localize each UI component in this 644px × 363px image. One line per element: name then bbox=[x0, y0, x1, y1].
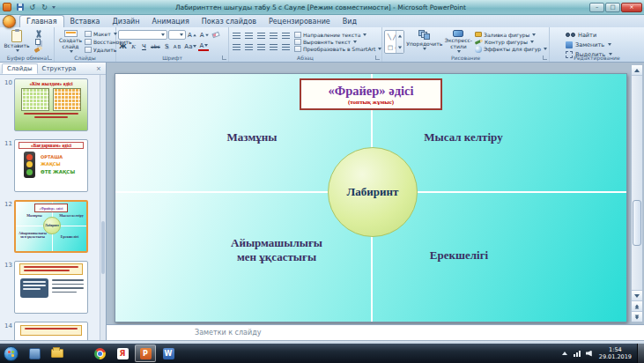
strikethrough-button[interactable]: abc bbox=[150, 41, 161, 51]
convert-smartart-button[interactable]: Преобразовать в SmartArt bbox=[294, 46, 381, 53]
text-direction-button[interactable]: Направление текста bbox=[294, 31, 381, 38]
slide-thumbnail-14[interactable]: 14 bbox=[0, 322, 100, 340]
taskbar-app-button[interactable] bbox=[24, 344, 45, 362]
slide-thumbnail-12-selected[interactable]: 12 «Фрайер» әдісі Мазмұны Мысал келтіру … bbox=[0, 200, 100, 253]
tab-slideshow[interactable]: Показ слайдов bbox=[196, 16, 263, 27]
network-icon[interactable] bbox=[574, 351, 581, 357]
undo-button[interactable]: ↺ bbox=[26, 2, 38, 12]
bold-button[interactable]: Ж bbox=[118, 41, 128, 51]
dialog-launcher-icon[interactable] bbox=[375, 56, 380, 60]
mini-quadrant-label: Мысал келтіру bbox=[58, 214, 85, 218]
taskbar-yandex-button[interactable]: Я bbox=[112, 344, 133, 362]
tray-clock[interactable]: 1:54 29.01.2019 bbox=[599, 346, 632, 361]
justify-button[interactable] bbox=[268, 42, 279, 52]
font-name-combo[interactable] bbox=[118, 30, 167, 40]
notes-pane[interactable]: Заметки к слайду bbox=[107, 324, 644, 340]
new-slide-button[interactable]: Создать слайд bbox=[56, 29, 85, 53]
align-left-button[interactable] bbox=[231, 42, 242, 52]
taskbar-word-button[interactable]: W bbox=[158, 344, 179, 362]
tab-view[interactable]: Вид bbox=[337, 16, 363, 27]
tab-review[interactable]: Рецензирование bbox=[263, 16, 337, 27]
shapes-gallery-scroll[interactable] bbox=[396, 31, 403, 53]
character-spacing-button[interactable]: АВ bbox=[173, 41, 183, 51]
start-button[interactable] bbox=[4, 346, 19, 361]
vertical-scrollbar[interactable] bbox=[631, 64, 643, 322]
decrease-indent-button[interactable] bbox=[255, 31, 267, 41]
text-shadow-button[interactable]: S bbox=[162, 41, 172, 51]
save-button[interactable] bbox=[14, 2, 26, 12]
dialog-launcher-icon[interactable] bbox=[48, 56, 52, 60]
format-painter-button[interactable] bbox=[32, 47, 44, 54]
tab-slides-pane[interactable]: Слайды bbox=[2, 63, 38, 74]
taskbar-powerpoint-button-active[interactable]: P bbox=[135, 344, 156, 362]
previous-slide-button[interactable] bbox=[632, 300, 642, 311]
quick-styles-button[interactable]: Экспресс-стили bbox=[445, 29, 472, 53]
group-drawing: ╲ ╱ ─ ┐ □ ○ △ ◇ ☆ Упорядочить Экспресс-с… bbox=[382, 27, 550, 62]
numbering-button[interactable] bbox=[243, 31, 255, 41]
minimize-button[interactable]: – bbox=[589, 3, 604, 12]
align-center-button[interactable] bbox=[243, 42, 255, 52]
slide-canvas[interactable]: «Фрайер» әдісі (топтық жұмыс) Мазмұны Мы… bbox=[115, 73, 627, 322]
tab-design[interactable]: Дизайн bbox=[106, 16, 145, 27]
quadrant-label-content[interactable]: Мазмұны bbox=[190, 130, 314, 144]
align-right-button[interactable] bbox=[255, 42, 267, 52]
arrange-button[interactable]: Упорядочить bbox=[407, 29, 442, 53]
tab-insert[interactable]: Вставка bbox=[64, 16, 107, 27]
tray-expand-icon[interactable] bbox=[562, 352, 567, 355]
italic-button[interactable]: К bbox=[129, 41, 138, 51]
slide-thumbnail-11[interactable]: 11 «Бағдаршам» әдісі ОРТАША ЖАҚСЫ ӨТЕ ЖА… bbox=[0, 139, 100, 192]
scroll-down-button[interactable] bbox=[632, 290, 642, 300]
panel-scrollbar[interactable] bbox=[100, 75, 106, 340]
shapes-gallery[interactable]: ╲ ╱ ─ ┐ □ ○ △ ◇ ☆ bbox=[384, 30, 404, 54]
center-circle[interactable]: Лабиринт bbox=[328, 147, 418, 237]
next-slide-button[interactable] bbox=[632, 311, 642, 322]
quadrant-label-differences[interactable]: Айырмашылығы мен ұқсастығы bbox=[227, 236, 326, 265]
increase-indent-button[interactable] bbox=[268, 31, 279, 41]
shrink-font-button[interactable]: А bbox=[199, 30, 211, 40]
taskbar: Я P W 1:54 29.01.2019 bbox=[0, 344, 644, 363]
dialog-launcher-icon[interactable] bbox=[222, 56, 226, 60]
quadrant-label-features[interactable]: Ерекшелігі bbox=[397, 248, 521, 263]
scrollbar-track[interactable] bbox=[632, 76, 642, 290]
close-button[interactable]: × bbox=[621, 3, 642, 12]
quadrant-label-example[interactable]: Мысал келтіру bbox=[402, 130, 525, 144]
underline-button[interactable]: Ч bbox=[139, 41, 149, 51]
grow-font-button[interactable]: А bbox=[187, 30, 198, 40]
slide-title-box[interactable]: «Фрайер» әдісі (топтық жұмыс) bbox=[300, 78, 442, 110]
maximize-button[interactable]: □ bbox=[605, 3, 620, 12]
taskbar-chrome-button[interactable] bbox=[89, 344, 110, 362]
font-color-button[interactable]: А bbox=[198, 42, 209, 51]
font-size-combo[interactable] bbox=[168, 30, 186, 40]
shape-fill-button[interactable]: Заливка фигуры bbox=[475, 31, 547, 38]
tab-home[interactable]: Главная bbox=[19, 15, 64, 27]
scroll-up-button[interactable] bbox=[632, 65, 642, 76]
find-button[interactable]: Найти bbox=[551, 30, 642, 40]
powerpoint-icon: P bbox=[140, 348, 152, 359]
shape-outline-button[interactable]: Контур фигуры bbox=[475, 38, 547, 45]
line-spacing-button[interactable] bbox=[280, 31, 292, 41]
panel-tabs: Слайды Структура × bbox=[0, 63, 106, 75]
cut-button[interactable] bbox=[32, 30, 44, 38]
dialog-launcher-icon[interactable] bbox=[543, 56, 547, 60]
show-desktop-button[interactable] bbox=[637, 344, 644, 363]
bullets-button[interactable] bbox=[231, 31, 242, 41]
office-button[interactable] bbox=[3, 15, 16, 28]
replace-button[interactable]: Заменить bbox=[551, 40, 642, 49]
copy-button[interactable] bbox=[32, 39, 44, 46]
columns-button[interactable] bbox=[280, 42, 292, 52]
tab-outline-pane[interactable]: Структура bbox=[38, 63, 81, 74]
paste-button[interactable]: Вставить bbox=[2, 29, 32, 53]
shape-effects-button[interactable]: Эффекты для фигур bbox=[475, 46, 547, 53]
close-pane-icon[interactable]: × bbox=[93, 65, 104, 72]
panel-scrollbar-thumb[interactable] bbox=[101, 221, 105, 274]
slide-thumbnail-13[interactable]: 13 bbox=[0, 261, 100, 314]
redo-button[interactable]: ↻ bbox=[39, 2, 50, 12]
change-case-button[interactable]: Аа bbox=[183, 41, 197, 51]
align-text-button[interactable]: Выровнять текст bbox=[294, 38, 381, 45]
scrollbar-thumb[interactable] bbox=[633, 200, 641, 246]
slide-thumbnail-10[interactable]: 10 «Кім жылдам» әдісі bbox=[0, 78, 100, 131]
clear-formatting-button[interactable] bbox=[211, 30, 221, 40]
tab-animation[interactable]: Анимация bbox=[146, 16, 196, 27]
taskbar-explorer-button[interactable] bbox=[47, 344, 68, 362]
volume-icon[interactable] bbox=[586, 351, 592, 357]
